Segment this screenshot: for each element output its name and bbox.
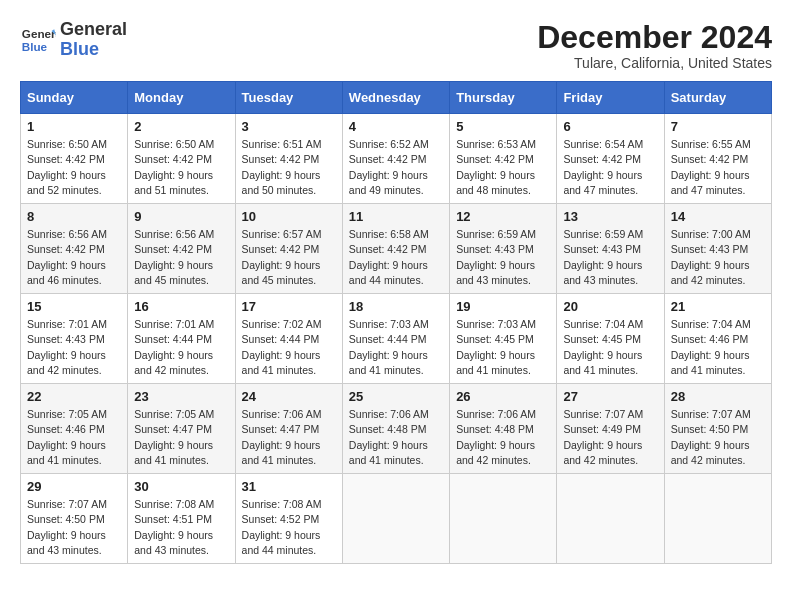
calendar-week-2: 8 Sunrise: 6:56 AMSunset: 4:42 PMDayligh…	[21, 204, 772, 294]
day-detail: Sunrise: 7:06 AMSunset: 4:47 PMDaylight:…	[242, 407, 336, 468]
calendar-cell: 16 Sunrise: 7:01 AMSunset: 4:44 PMDaylig…	[128, 294, 235, 384]
calendar-cell: 25 Sunrise: 7:06 AMSunset: 4:48 PMDaylig…	[342, 384, 449, 474]
calendar-week-5: 29 Sunrise: 7:07 AMSunset: 4:50 PMDaylig…	[21, 474, 772, 564]
day-number: 24	[242, 389, 336, 404]
calendar-cell: 20 Sunrise: 7:04 AMSunset: 4:45 PMDaylig…	[557, 294, 664, 384]
svg-text:Blue: Blue	[22, 40, 48, 53]
day-detail: Sunrise: 7:06 AMSunset: 4:48 PMDaylight:…	[456, 407, 550, 468]
calendar-cell: 21 Sunrise: 7:04 AMSunset: 4:46 PMDaylig…	[664, 294, 771, 384]
day-number: 18	[349, 299, 443, 314]
day-number: 23	[134, 389, 228, 404]
day-number: 28	[671, 389, 765, 404]
col-wednesday: Wednesday	[342, 82, 449, 114]
day-number: 3	[242, 119, 336, 134]
calendar-cell: 6 Sunrise: 6:54 AMSunset: 4:42 PMDayligh…	[557, 114, 664, 204]
day-detail: Sunrise: 7:05 AMSunset: 4:47 PMDaylight:…	[134, 407, 228, 468]
day-number: 30	[134, 479, 228, 494]
col-tuesday: Tuesday	[235, 82, 342, 114]
calendar-cell	[342, 474, 449, 564]
day-number: 12	[456, 209, 550, 224]
day-detail: Sunrise: 6:50 AMSunset: 4:42 PMDaylight:…	[134, 137, 228, 198]
day-number: 31	[242, 479, 336, 494]
day-number: 6	[563, 119, 657, 134]
calendar-cell: 17 Sunrise: 7:02 AMSunset: 4:44 PMDaylig…	[235, 294, 342, 384]
day-detail: Sunrise: 6:53 AMSunset: 4:42 PMDaylight:…	[456, 137, 550, 198]
calendar-week-3: 15 Sunrise: 7:01 AMSunset: 4:43 PMDaylig…	[21, 294, 772, 384]
day-number: 2	[134, 119, 228, 134]
title-section: December 2024 Tulare, California, United…	[537, 20, 772, 71]
day-detail: Sunrise: 7:03 AMSunset: 4:44 PMDaylight:…	[349, 317, 443, 378]
day-detail: Sunrise: 7:06 AMSunset: 4:48 PMDaylight:…	[349, 407, 443, 468]
calendar-cell: 26 Sunrise: 7:06 AMSunset: 4:48 PMDaylig…	[450, 384, 557, 474]
day-detail: Sunrise: 6:52 AMSunset: 4:42 PMDaylight:…	[349, 137, 443, 198]
day-detail: Sunrise: 7:03 AMSunset: 4:45 PMDaylight:…	[456, 317, 550, 378]
calendar-title: December 2024	[537, 20, 772, 55]
col-monday: Monday	[128, 82, 235, 114]
day-detail: Sunrise: 6:54 AMSunset: 4:42 PMDaylight:…	[563, 137, 657, 198]
day-detail: Sunrise: 7:01 AMSunset: 4:43 PMDaylight:…	[27, 317, 121, 378]
calendar-cell: 1 Sunrise: 6:50 AMSunset: 4:42 PMDayligh…	[21, 114, 128, 204]
calendar-cell: 2 Sunrise: 6:50 AMSunset: 4:42 PMDayligh…	[128, 114, 235, 204]
day-number: 7	[671, 119, 765, 134]
col-thursday: Thursday	[450, 82, 557, 114]
calendar-cell: 14 Sunrise: 7:00 AMSunset: 4:43 PMDaylig…	[664, 204, 771, 294]
day-number: 14	[671, 209, 765, 224]
header: General Blue General Blue December 2024 …	[20, 20, 772, 71]
day-number: 5	[456, 119, 550, 134]
calendar-table: Sunday Monday Tuesday Wednesday Thursday…	[20, 81, 772, 564]
logo: General Blue General Blue	[20, 20, 127, 60]
calendar-cell: 4 Sunrise: 6:52 AMSunset: 4:42 PMDayligh…	[342, 114, 449, 204]
calendar-cell: 13 Sunrise: 6:59 AMSunset: 4:43 PMDaylig…	[557, 204, 664, 294]
day-number: 1	[27, 119, 121, 134]
calendar-cell: 7 Sunrise: 6:55 AMSunset: 4:42 PMDayligh…	[664, 114, 771, 204]
day-detail: Sunrise: 7:00 AMSunset: 4:43 PMDaylight:…	[671, 227, 765, 288]
calendar-cell: 23 Sunrise: 7:05 AMSunset: 4:47 PMDaylig…	[128, 384, 235, 474]
day-number: 21	[671, 299, 765, 314]
calendar-cell: 10 Sunrise: 6:57 AMSunset: 4:42 PMDaylig…	[235, 204, 342, 294]
logo-text: General Blue	[60, 20, 127, 60]
calendar-cell: 24 Sunrise: 7:06 AMSunset: 4:47 PMDaylig…	[235, 384, 342, 474]
day-detail: Sunrise: 6:59 AMSunset: 4:43 PMDaylight:…	[563, 227, 657, 288]
col-friday: Friday	[557, 82, 664, 114]
calendar-cell: 31 Sunrise: 7:08 AMSunset: 4:52 PMDaylig…	[235, 474, 342, 564]
day-number: 10	[242, 209, 336, 224]
day-number: 25	[349, 389, 443, 404]
day-detail: Sunrise: 7:02 AMSunset: 4:44 PMDaylight:…	[242, 317, 336, 378]
calendar-cell: 3 Sunrise: 6:51 AMSunset: 4:42 PMDayligh…	[235, 114, 342, 204]
day-number: 20	[563, 299, 657, 314]
day-number: 11	[349, 209, 443, 224]
calendar-cell: 27 Sunrise: 7:07 AMSunset: 4:49 PMDaylig…	[557, 384, 664, 474]
day-detail: Sunrise: 7:05 AMSunset: 4:46 PMDaylight:…	[27, 407, 121, 468]
day-detail: Sunrise: 7:08 AMSunset: 4:52 PMDaylight:…	[242, 497, 336, 558]
day-detail: Sunrise: 6:57 AMSunset: 4:42 PMDaylight:…	[242, 227, 336, 288]
calendar-cell: 19 Sunrise: 7:03 AMSunset: 4:45 PMDaylig…	[450, 294, 557, 384]
day-number: 27	[563, 389, 657, 404]
calendar-week-1: 1 Sunrise: 6:50 AMSunset: 4:42 PMDayligh…	[21, 114, 772, 204]
calendar-cell: 9 Sunrise: 6:56 AMSunset: 4:42 PMDayligh…	[128, 204, 235, 294]
calendar-cell: 11 Sunrise: 6:58 AMSunset: 4:42 PMDaylig…	[342, 204, 449, 294]
calendar-cell	[450, 474, 557, 564]
logo-icon: General Blue	[20, 22, 56, 58]
calendar-cell: 28 Sunrise: 7:07 AMSunset: 4:50 PMDaylig…	[664, 384, 771, 474]
calendar-week-4: 22 Sunrise: 7:05 AMSunset: 4:46 PMDaylig…	[21, 384, 772, 474]
day-detail: Sunrise: 7:07 AMSunset: 4:50 PMDaylight:…	[27, 497, 121, 558]
day-number: 26	[456, 389, 550, 404]
day-detail: Sunrise: 6:56 AMSunset: 4:42 PMDaylight:…	[27, 227, 121, 288]
col-sunday: Sunday	[21, 82, 128, 114]
calendar-cell	[664, 474, 771, 564]
calendar-subtitle: Tulare, California, United States	[537, 55, 772, 71]
day-detail: Sunrise: 6:55 AMSunset: 4:42 PMDaylight:…	[671, 137, 765, 198]
calendar-cell: 12 Sunrise: 6:59 AMSunset: 4:43 PMDaylig…	[450, 204, 557, 294]
day-detail: Sunrise: 6:56 AMSunset: 4:42 PMDaylight:…	[134, 227, 228, 288]
day-number: 15	[27, 299, 121, 314]
day-detail: Sunrise: 6:50 AMSunset: 4:42 PMDaylight:…	[27, 137, 121, 198]
day-detail: Sunrise: 7:01 AMSunset: 4:44 PMDaylight:…	[134, 317, 228, 378]
day-number: 16	[134, 299, 228, 314]
calendar-cell	[557, 474, 664, 564]
day-number: 4	[349, 119, 443, 134]
calendar-cell: 30 Sunrise: 7:08 AMSunset: 4:51 PMDaylig…	[128, 474, 235, 564]
calendar-cell: 18 Sunrise: 7:03 AMSunset: 4:44 PMDaylig…	[342, 294, 449, 384]
calendar-cell: 22 Sunrise: 7:05 AMSunset: 4:46 PMDaylig…	[21, 384, 128, 474]
day-detail: Sunrise: 7:04 AMSunset: 4:46 PMDaylight:…	[671, 317, 765, 378]
calendar-cell: 5 Sunrise: 6:53 AMSunset: 4:42 PMDayligh…	[450, 114, 557, 204]
